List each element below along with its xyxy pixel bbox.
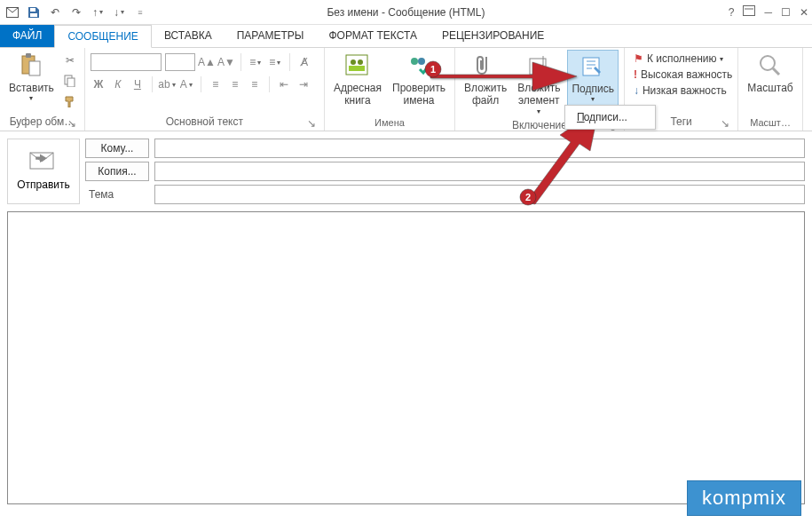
cut-icon[interactable]: ✂ bbox=[61, 52, 79, 69]
check-names-icon bbox=[405, 52, 433, 80]
low-importance-button[interactable]: ↓Низкая важность bbox=[634, 83, 732, 98]
group-zoom: Масштаб Масшт… bbox=[738, 48, 802, 131]
shrink-font-icon[interactable]: A▼ bbox=[218, 54, 234, 70]
tab-file[interactable]: ФАЙЛ bbox=[0, 25, 54, 47]
prev-item-icon[interactable]: ↑ bbox=[91, 5, 105, 20]
signatures-menu-item[interactable]: Подписи... bbox=[566, 108, 654, 126]
grow-font-icon[interactable]: A▲ bbox=[199, 54, 215, 70]
close-icon[interactable]: ✕ bbox=[800, 6, 808, 19]
attach-item-label: Вложить элемент bbox=[517, 82, 560, 107]
ribbon: Вставить ▾ ✂ Буфер обм…↘ A▲ A▼ ≡ ≡ A̸ bbox=[0, 48, 812, 131]
address-book-icon bbox=[343, 52, 372, 80]
paperclip-icon bbox=[471, 52, 500, 80]
save-icon[interactable] bbox=[27, 5, 41, 20]
tab-review[interactable]: РЕЦЕНЗИРОВАНИЕ bbox=[430, 25, 556, 47]
svg-rect-1 bbox=[30, 8, 35, 12]
follow-up-button[interactable]: ⚑К исполнению▾ bbox=[634, 52, 732, 66]
cc-button[interactable]: Копия... bbox=[85, 162, 149, 181]
bullets-icon[interactable]: ≡ bbox=[248, 54, 264, 70]
paste-label: Вставить bbox=[9, 82, 54, 94]
attach-item-button[interactable]: Вложить элемент▾ bbox=[514, 50, 564, 117]
redo-icon[interactable]: ↷ bbox=[69, 5, 83, 20]
tab-message[interactable]: СООБЩЕНИЕ bbox=[54, 25, 152, 48]
subject-input[interactable] bbox=[154, 185, 805, 204]
decrease-indent-icon[interactable]: ⇤ bbox=[276, 76, 292, 92]
exclamation-icon: ! bbox=[634, 68, 637, 81]
align-center-icon[interactable]: ≡ bbox=[227, 76, 243, 92]
zoom-button[interactable]: Масштаб bbox=[744, 50, 796, 96]
attach-file-button[interactable]: Вложить файл bbox=[461, 50, 510, 109]
paste-button[interactable]: Вставить ▾ bbox=[5, 50, 58, 105]
svg-point-17 bbox=[761, 56, 775, 70]
tab-insert[interactable]: ВСТАВКА bbox=[152, 25, 225, 47]
window-controls: ? ─ ☐ ✕ bbox=[729, 5, 808, 19]
svg-rect-2 bbox=[30, 13, 37, 17]
ribbon-options-icon[interactable] bbox=[743, 5, 755, 19]
next-item-icon[interactable]: ↓ bbox=[112, 5, 126, 20]
tab-options[interactable]: ПАРАМЕТРЫ bbox=[225, 25, 317, 47]
undo-icon[interactable]: ↶ bbox=[48, 5, 62, 20]
svg-point-10 bbox=[351, 59, 356, 65]
group-basic-text: A▲ A▼ ≡ ≡ A̸ Ж К Ч ab A ≡ ≡ ≡ ⇤ bbox=[85, 48, 325, 131]
signature-label: Подпись bbox=[572, 83, 614, 95]
group-basic-text-label: Основной текст↘ bbox=[91, 114, 319, 131]
underline-button[interactable]: Ч bbox=[130, 76, 146, 92]
group-names: Адресная книга Проверить имена Имена bbox=[325, 48, 455, 131]
to-button[interactable]: Кому... bbox=[85, 139, 149, 158]
align-right-icon[interactable]: ≡ bbox=[247, 76, 263, 92]
down-arrow-icon: ↓ bbox=[634, 84, 639, 97]
compose-header: Отправить Кому... Копия... Тема bbox=[0, 131, 812, 204]
bold-button[interactable]: Ж bbox=[91, 76, 106, 92]
svg-rect-3 bbox=[744, 6, 755, 16]
svg-rect-8 bbox=[67, 78, 75, 87]
italic-button[interactable]: К bbox=[110, 76, 126, 92]
high-importance-button[interactable]: !Высокая важность bbox=[634, 67, 732, 82]
dialog-launcher-icon[interactable]: ↘ bbox=[720, 117, 730, 128]
clear-format-icon[interactable]: A̸ bbox=[296, 54, 312, 70]
cc-input[interactable] bbox=[154, 162, 805, 181]
dialog-launcher-icon[interactable]: ↘ bbox=[67, 117, 77, 128]
svg-rect-5 bbox=[26, 53, 31, 58]
format-painter-icon[interactable] bbox=[61, 92, 79, 110]
send-icon bbox=[29, 152, 58, 173]
address-book-label: Адресная книга bbox=[334, 82, 382, 107]
group-zoom-label: Масшт… bbox=[744, 115, 796, 131]
signature-icon bbox=[579, 52, 607, 81]
check-names-button[interactable]: Проверить имена bbox=[389, 50, 449, 109]
chevron-down-icon: ▾ bbox=[591, 95, 595, 104]
dialog-launcher-icon[interactable]: ↘ bbox=[306, 117, 317, 128]
attach-item-icon bbox=[524, 52, 553, 80]
check-names-label: Проверить имена bbox=[392, 82, 445, 107]
font-name-input[interactable] bbox=[91, 53, 162, 71]
svg-point-13 bbox=[411, 58, 418, 65]
magnifier-icon bbox=[756, 52, 784, 80]
minimize-icon[interactable]: ─ bbox=[764, 6, 772, 19]
paste-icon bbox=[17, 52, 45, 80]
address-book-button[interactable]: Адресная книга bbox=[330, 50, 385, 109]
send-label: Отправить bbox=[17, 178, 70, 191]
signature-dropdown: Подписи... bbox=[564, 105, 656, 130]
watermark: kompmix bbox=[687, 480, 801, 516]
help-icon[interactable]: ? bbox=[729, 6, 735, 19]
copy-icon[interactable] bbox=[61, 72, 79, 90]
send-button[interactable]: Отправить bbox=[7, 139, 80, 204]
quick-access-toolbar: ↶ ↷ ↑ ↓ ≡ bbox=[0, 5, 147, 20]
title-bar: ↶ ↷ ↑ ↓ ≡ Без имени - Сообщение (HTML) ?… bbox=[0, 0, 812, 25]
ribbon-tabs: ФАЙЛ СООБЩЕНИЕ ВСТАВКА ПАРАМЕТРЫ ФОРМАТ … bbox=[0, 25, 812, 48]
attach-file-label: Вложить файл bbox=[464, 82, 507, 107]
font-color-icon[interactable]: A bbox=[178, 76, 194, 92]
maximize-icon[interactable]: ☐ bbox=[781, 6, 791, 19]
to-input[interactable] bbox=[154, 139, 805, 158]
highlight-icon[interactable]: ab bbox=[159, 76, 175, 92]
numbering-icon[interactable]: ≡ bbox=[267, 54, 283, 70]
signature-button[interactable]: Подпись ▾ bbox=[567, 50, 619, 107]
group-clipboard-label: Буфер обм…↘ bbox=[5, 114, 79, 131]
tab-format-text[interactable]: ФОРМАТ ТЕКСТА bbox=[316, 25, 429, 47]
qat-customize-icon[interactable]: ≡ bbox=[133, 5, 147, 20]
svg-rect-9 bbox=[346, 55, 367, 75]
increase-indent-icon[interactable]: ⇥ bbox=[296, 76, 311, 92]
align-left-icon[interactable]: ≡ bbox=[208, 76, 224, 92]
subject-label: Тема bbox=[85, 185, 149, 204]
font-size-input[interactable] bbox=[165, 53, 195, 71]
message-body[interactable] bbox=[7, 211, 805, 504]
